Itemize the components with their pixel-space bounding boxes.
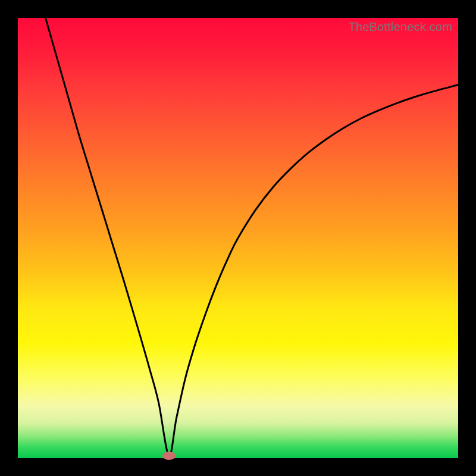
bottleneck-curve: [18, 18, 458, 458]
curve-path: [44, 18, 458, 456]
chart-stage: TheBottleneck.com: [0, 0, 476, 476]
plot-area: TheBottleneck.com: [18, 18, 458, 458]
minimum-marker: [162, 452, 176, 460]
